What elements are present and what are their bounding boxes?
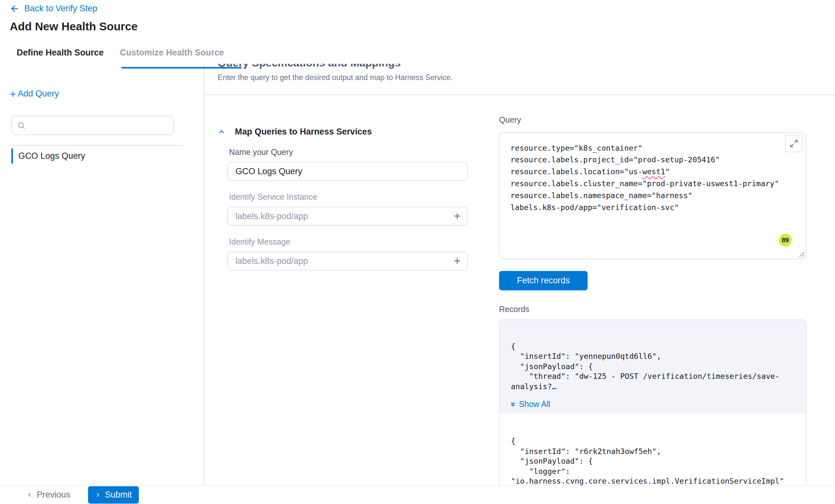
query-sidebar: + Add Query GCO Logs Query: [0, 64, 204, 504]
add-query-label: Add Query: [18, 89, 59, 99]
active-tab-indicator: [121, 67, 241, 68]
query-name-input[interactable]: [227, 162, 468, 181]
map-queries-form: Map Queries to Harness Services Name you…: [218, 115, 478, 504]
search-input[interactable]: [30, 120, 168, 130]
page-title: Add New Health Source: [10, 20, 835, 33]
expand-icon: [790, 140, 798, 148]
workspace: + Add Query GCO Logs Query Query Specifi…: [0, 64, 835, 504]
fetch-records-button[interactable]: Fetch records: [499, 271, 588, 290]
message-field: +: [227, 251, 468, 270]
chevron-up-icon[interactable]: [218, 128, 225, 135]
name-your-query-label: Name your Query: [229, 147, 478, 157]
plus-icon[interactable]: +: [454, 210, 461, 222]
tab-bar: Define Health Source Customize Health So…: [0, 48, 835, 63]
sidebar-divider: [10, 145, 182, 146]
search-icon: [17, 121, 25, 129]
chevron-left-icon: [26, 491, 32, 499]
query-code[interactable]: resource.type="k8s_container" resource.l…: [500, 133, 806, 213]
query-search-box: [11, 115, 174, 135]
back-to-verify-step-link[interactable]: Back to Verify Step: [10, 3, 97, 14]
section-divider: [204, 94, 835, 95]
record-json: { "insertId": "yennepun0qtd6ll6", "jsonP…: [511, 342, 795, 392]
show-all-link[interactable]: » Show All: [511, 399, 550, 410]
page-header: Back to Verify Step Add New Health Sourc…: [0, 0, 835, 33]
map-queries-title: Map Queries to Harness Services: [235, 127, 372, 136]
record-json: { "insertId": "r6rk2tnah3owf5eh", "jsonP…: [511, 436, 795, 486]
double-chevron-down-icon: »: [509, 402, 517, 407]
plus-icon[interactable]: +: [454, 255, 461, 267]
section-heading: Query Specifications and Mappings: [218, 64, 825, 69]
arrow-left-icon: [10, 4, 19, 14]
submit-label: Submit: [105, 490, 132, 500]
add-health-source-page: Back to Verify Step Add New Health Sourc…: [0, 0, 835, 504]
query-mapping-row: Map Queries to Harness Services Name you…: [218, 115, 825, 504]
chevron-right-icon: [95, 491, 101, 499]
query-list-item[interactable]: GCO Logs Query: [11, 148, 203, 164]
tab-customize-health-source[interactable]: Customize Health Source: [120, 48, 224, 58]
query-name-field: [227, 162, 468, 181]
wizard-footer: Previous Submit: [0, 486, 835, 504]
submit-button[interactable]: Submit: [88, 486, 139, 504]
show-all-label: Show All: [519, 399, 550, 410]
expand-query-button[interactable]: [785, 135, 803, 152]
back-link-label: Back to Verify Step: [24, 4, 97, 14]
previous-button[interactable]: Previous: [26, 490, 70, 500]
query-label: Query: [499, 115, 807, 125]
service-instance-input[interactable]: [227, 207, 468, 226]
char-count-badge: 89: [779, 234, 792, 247]
section-subheading: Enter the query to get the desired outpu…: [218, 73, 825, 82]
identify-service-instance-label: Identify Service Instance: [229, 192, 478, 202]
plus-icon: +: [10, 88, 16, 99]
tab-define-health-source[interactable]: Define Health Source: [17, 48, 104, 58]
records-label: Records: [499, 304, 807, 314]
main-panel: Query Specifications and Mappings Enter …: [204, 64, 835, 504]
service-instance-field: +: [227, 207, 468, 226]
message-input[interactable]: [227, 251, 468, 270]
record-item: { "insertId": "r6rk2tnah3owf5eh", "jsonP…: [500, 414, 806, 486]
add-query-button[interactable]: + Add Query: [10, 88, 59, 99]
identify-message-label: Identify Message: [229, 237, 478, 247]
previous-label: Previous: [37, 490, 70, 500]
query-editor[interactable]: resource.type="k8s_container" resource.l…: [499, 132, 807, 259]
resize-handle-icon[interactable]: [799, 251, 805, 257]
record-item: { "insertId": "yennepun0qtd6ll6", "jsonP…: [500, 320, 806, 414]
query-panel: Query resource.type="k8s_container" reso…: [499, 115, 807, 504]
query-item-label: GCO Logs Query: [18, 151, 85, 161]
map-queries-header: Map Queries to Harness Services: [218, 126, 478, 137]
records-panel: { "insertId": "yennepun0qtd6ll6", "jsonP…: [499, 319, 807, 504]
